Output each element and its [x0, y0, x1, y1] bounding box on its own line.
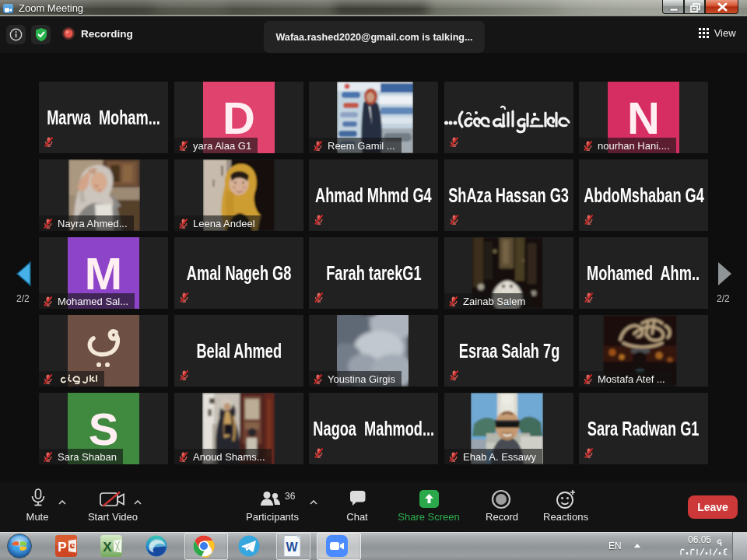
svg-text:X: X: [103, 540, 112, 555]
svg-text:W: W: [286, 541, 298, 554]
svg-text:P: P: [58, 540, 66, 555]
